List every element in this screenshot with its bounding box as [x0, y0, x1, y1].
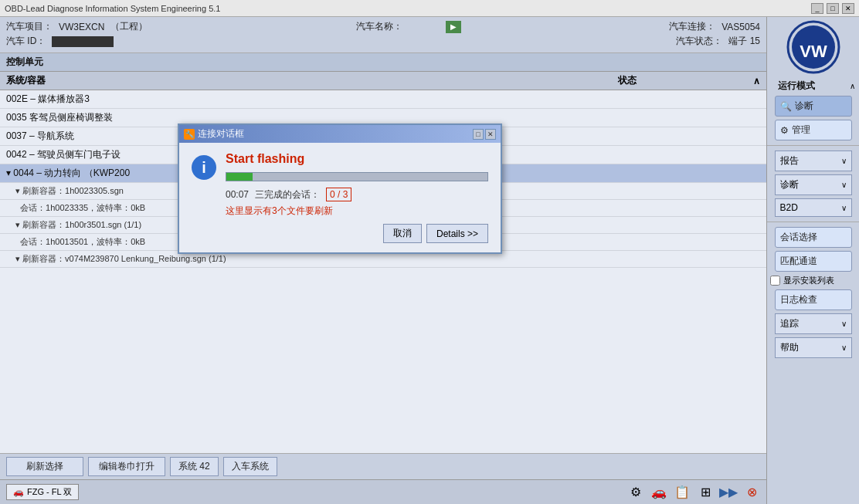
car-status-value: 端子 15	[728, 35, 760, 48]
maximize-btn[interactable]: □	[827, 3, 839, 14]
system-42-btn[interactable]: 系统 42	[170, 457, 219, 476]
svg-text:VW: VW	[800, 42, 827, 61]
dialog-content: i Start flashing 00:07 三完成的会话： 0 / 3 这里显…	[179, 143, 501, 252]
dialog-footer: 取消 Details >>	[192, 224, 488, 243]
minimize-btn[interactable]: _	[811, 3, 823, 14]
right-sidebar: VW 运行模式 ∧ 🔍 诊断 ⚙ 管理 报告 ∨ 诊断 ∨ B2D ∨	[766, 17, 859, 504]
dialog-controls[interactable]: □ ✕	[473, 129, 496, 140]
car-id-value	[52, 36, 114, 47]
run-mode-row: 运行模式 ∧	[772, 79, 855, 93]
system-col-header: 系统/容器	[0, 72, 612, 90]
log-check-btn[interactable]: 日志检查	[775, 289, 852, 310]
fzg-tab[interactable]: 🚗 FZG - FL 双	[6, 484, 79, 500]
info-circle-icon: i	[192, 155, 216, 180]
dialog-title-icon: 🔧	[184, 129, 195, 140]
connection-label: 汽车连接：	[669, 20, 715, 33]
dialog-row: 00:07 三完成的会话： 0 / 3	[226, 188, 488, 201]
clipboard-icon[interactable]: 📋	[674, 484, 691, 501]
window-controls[interactable]: _ □ ✕	[811, 3, 854, 14]
flash-select-btn[interactable]: 刷新选择	[6, 457, 83, 476]
tools-icon[interactable]: ⚙	[627, 484, 644, 501]
show-install-row: 显示安装列表	[767, 275, 834, 286]
connection-value: VAS5054	[721, 22, 760, 32]
dialog-time: 00:07	[226, 189, 249, 200]
run-mode-arrow: ∧	[850, 82, 855, 90]
show-install-checkbox[interactable]	[770, 276, 780, 286]
car-name-icon[interactable]: ▶	[446, 21, 461, 33]
help-expand-btn[interactable]: 帮助 ∨	[775, 337, 852, 358]
dialog-title-text: 连接对话框	[198, 127, 244, 140]
progress-bar-fill	[226, 173, 253, 181]
grid-icon[interactable]: ⊞	[697, 484, 714, 501]
engineering-label: （工程）	[110, 20, 148, 33]
header-info: 汽车项目： VW3EXCN （工程） 汽车名称： ▶ 汽车连接： VAS5054…	[0, 17, 766, 53]
project-label: 汽车项目：	[6, 20, 53, 33]
dialog-session-value: 0 / 3	[326, 188, 351, 201]
project-value: VW3EXCN	[59, 22, 104, 32]
window-title: OBD-Lead Diagnose Information System Eng…	[5, 4, 220, 13]
dialog-right: Start flashing 00:07 三完成的会话： 0 / 3 这里显示有…	[226, 152, 488, 218]
session-select-btn[interactable]: 会话选择	[775, 227, 852, 248]
dialog-main-text: Start flashing	[226, 152, 488, 166]
diagnose-btn[interactable]: 🔍 诊断	[775, 96, 852, 117]
cancel-btn[interactable]: 取消	[383, 224, 422, 243]
car-id-label: 汽车 ID：	[6, 35, 46, 48]
diagnose-expand-btn[interactable]: 诊断 ∨	[775, 174, 852, 195]
car-status-label: 汽车状态：	[676, 35, 722, 48]
car-name-value	[409, 22, 440, 32]
left-area: 汽车项目： VW3EXCN （工程） 汽车名称： ▶ 汽车连接： VAS5054…	[0, 17, 766, 504]
details-btn[interactable]: Details >>	[426, 224, 488, 243]
b2d-expand-btn[interactable]: B2D ∨	[775, 198, 852, 217]
flash-update-btn[interactable]: 编辑卷巾打升	[88, 457, 165, 476]
report-expand-btn[interactable]: 报告 ∨	[775, 151, 852, 171]
stop-icon[interactable]: ⊗	[743, 484, 760, 501]
forward-icon[interactable]: ▶▶	[720, 484, 737, 501]
vw-logo: VW	[786, 20, 840, 76]
dialog-title-bar: 🔧 连接对话框 □ ✕	[179, 125, 501, 143]
manage-icon: ⚙	[780, 125, 789, 136]
title-bar: OBD-Lead Diagnose Information System Eng…	[0, 0, 859, 17]
dialog[interactable]: 🔧 连接对话框 □ ✕ i Start flashing 00:07 三完成的会	[178, 123, 502, 254]
dialog-session-label: 三完成的会话：	[255, 188, 320, 201]
bottom-icons: ⚙ 🚗 📋 ⊞ ▶▶ ⊗	[627, 484, 760, 501]
manage-btn[interactable]: ⚙ 管理	[775, 120, 852, 140]
control-unit-header: 控制单元	[0, 53, 766, 72]
diagnose-icon: 🔍	[780, 101, 792, 112]
channel-match-btn[interactable]: 匹配通道	[775, 251, 852, 272]
status-col-header: 状态 ∧	[612, 72, 766, 90]
trace-expand-btn[interactable]: 追踪 ∨	[775, 313, 852, 334]
entry-system-btn[interactable]: 入车系统	[223, 457, 277, 476]
car2-icon[interactable]: 🚗	[650, 484, 667, 501]
system-list-header: 系统/容器 状态 ∧	[0, 72, 766, 90]
system-item-002e[interactable]: 002E – 媒体播放器3	[0, 90, 766, 109]
dialog-close-btn[interactable]: ✕	[485, 129, 496, 140]
car-name-label: 汽车名称：	[356, 20, 402, 33]
car-icon: 🚗	[13, 487, 24, 497]
dialog-sub-text: 这里显示有3个文件要刷新	[226, 205, 488, 218]
dialog-title-left: 🔧 连接对话框	[184, 127, 244, 140]
dialog-icon-row: i Start flashing 00:07 三完成的会话： 0 / 3 这里显…	[192, 152, 488, 218]
dialog-minimize-btn[interactable]: □	[473, 129, 484, 140]
progress-bar-container	[226, 172, 488, 181]
bottom-bar: 🚗 FZG - FL 双 ⚙ 🚗 📋 ⊞ ▶▶ ⊗	[0, 479, 766, 504]
action-buttons: 刷新选择 编辑卷巾打升 系统 42 入车系统	[0, 453, 766, 479]
close-btn[interactable]: ✕	[842, 3, 854, 14]
